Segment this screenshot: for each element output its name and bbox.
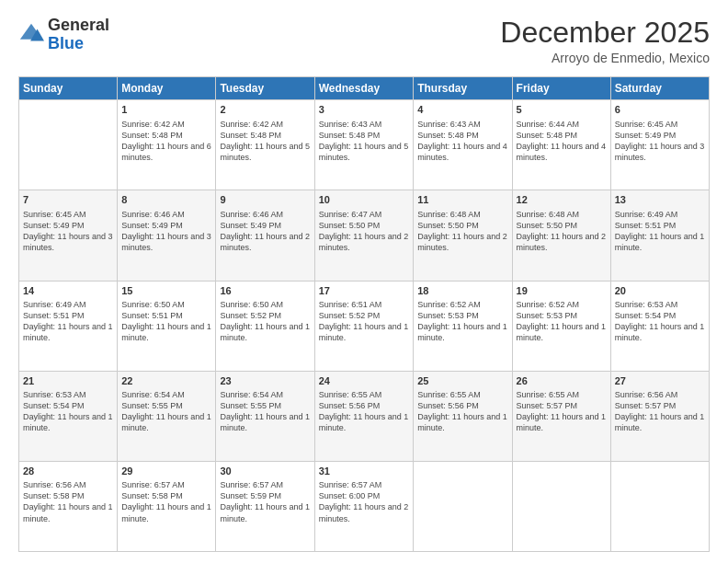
- day-info: Sunrise: 6:46 AMSunset: 5:49 PMDaylight:…: [121, 209, 211, 254]
- day-number: 26: [517, 374, 607, 388]
- calendar-day-cell: 12Sunrise: 6:48 AMSunset: 5:50 PMDayligh…: [512, 190, 610, 281]
- calendar-day-cell: [19, 100, 118, 190]
- day-number: 20: [615, 284, 705, 298]
- day-number: 8: [121, 193, 211, 207]
- calendar-week-row: 28Sunrise: 6:56 AMSunset: 5:58 PMDayligh…: [19, 461, 710, 551]
- logo-text: General Blue: [48, 17, 109, 53]
- calendar-day-cell: 31Sunrise: 6:57 AMSunset: 6:00 PMDayligh…: [314, 461, 414, 551]
- page: General Blue December 2025 Arroyo de Enm…: [0, 0, 728, 563]
- calendar-day-cell: [512, 461, 610, 551]
- day-info: Sunrise: 6:52 AMSunset: 5:53 PMDaylight:…: [517, 299, 607, 344]
- calendar-day-cell: 27Sunrise: 6:56 AMSunset: 5:57 PMDayligh…: [610, 371, 709, 461]
- calendar-week-row: 1Sunrise: 6:42 AMSunset: 5:48 PMDaylight…: [19, 100, 710, 190]
- day-info: Sunrise: 6:44 AMSunset: 5:48 PMDaylight:…: [517, 119, 607, 164]
- calendar-header-row: SundayMondayTuesdayWednesdayThursdayFrid…: [19, 77, 710, 100]
- calendar-day-cell: [610, 461, 709, 551]
- calendar-day-header: Tuesday: [216, 77, 314, 100]
- day-number: 25: [417, 374, 507, 388]
- logo: General Blue: [18, 17, 109, 53]
- header-right: December 2025 Arroyo de Enmedio, Mexico: [500, 17, 710, 65]
- calendar-day-header: Wednesday: [314, 77, 414, 100]
- day-info: Sunrise: 6:55 AMSunset: 5:56 PMDaylight:…: [319, 389, 410, 434]
- day-number: 24: [319, 374, 410, 388]
- calendar-day-cell: 18Sunrise: 6:52 AMSunset: 5:53 PMDayligh…: [414, 281, 512, 371]
- day-number: 19: [517, 284, 607, 298]
- header: General Blue December 2025 Arroyo de Enm…: [18, 17, 710, 65]
- day-info: Sunrise: 6:43 AMSunset: 5:48 PMDaylight:…: [319, 119, 410, 164]
- calendar-day-header: Monday: [118, 77, 216, 100]
- day-info: Sunrise: 6:49 AMSunset: 5:51 PMDaylight:…: [23, 299, 113, 344]
- calendar-day-header: Friday: [512, 77, 610, 100]
- calendar-day-cell: 22Sunrise: 6:54 AMSunset: 5:55 PMDayligh…: [118, 371, 216, 461]
- day-info: Sunrise: 6:46 AMSunset: 5:49 PMDaylight:…: [220, 209, 310, 254]
- day-info: Sunrise: 6:48 AMSunset: 5:50 PMDaylight:…: [417, 209, 507, 254]
- day-number: 12: [517, 193, 607, 207]
- day-info: Sunrise: 6:56 AMSunset: 5:57 PMDaylight:…: [615, 389, 705, 434]
- calendar-day-cell: 15Sunrise: 6:50 AMSunset: 5:51 PMDayligh…: [118, 281, 216, 371]
- day-info: Sunrise: 6:42 AMSunset: 5:48 PMDaylight:…: [220, 119, 310, 164]
- calendar-day-cell: 5Sunrise: 6:44 AMSunset: 5:48 PMDaylight…: [512, 100, 610, 190]
- calendar-day-cell: 11Sunrise: 6:48 AMSunset: 5:50 PMDayligh…: [414, 190, 512, 281]
- calendar-day-cell: 28Sunrise: 6:56 AMSunset: 5:58 PMDayligh…: [19, 461, 118, 551]
- day-info: Sunrise: 6:48 AMSunset: 5:50 PMDaylight:…: [517, 209, 607, 254]
- day-number: 21: [23, 374, 113, 388]
- day-number: 15: [121, 284, 211, 298]
- day-info: Sunrise: 6:47 AMSunset: 5:50 PMDaylight:…: [319, 209, 410, 254]
- calendar-day-cell: 10Sunrise: 6:47 AMSunset: 5:50 PMDayligh…: [314, 190, 414, 281]
- day-number: 11: [417, 193, 507, 207]
- day-info: Sunrise: 6:42 AMSunset: 5:48 PMDaylight:…: [121, 119, 211, 164]
- day-info: Sunrise: 6:54 AMSunset: 5:55 PMDaylight:…: [220, 389, 310, 434]
- day-number: 5: [517, 103, 607, 117]
- logo-general: General: [48, 17, 109, 35]
- day-number: 23: [220, 374, 310, 388]
- calendar-day-cell: 4Sunrise: 6:43 AMSunset: 5:48 PMDaylight…: [414, 100, 512, 190]
- calendar-day-header: Thursday: [414, 77, 512, 100]
- calendar-day-cell: 8Sunrise: 6:46 AMSunset: 5:49 PMDaylight…: [118, 190, 216, 281]
- day-number: 22: [121, 374, 211, 388]
- day-number: 16: [220, 284, 310, 298]
- day-info: Sunrise: 6:57 AMSunset: 5:59 PMDaylight:…: [220, 479, 310, 524]
- calendar-day-cell: 25Sunrise: 6:55 AMSunset: 5:56 PMDayligh…: [414, 371, 512, 461]
- day-info: Sunrise: 6:50 AMSunset: 5:52 PMDaylight:…: [220, 299, 310, 344]
- day-number: 28: [23, 465, 113, 478]
- calendar-day-cell: 2Sunrise: 6:42 AMSunset: 5:48 PMDaylight…: [216, 100, 314, 190]
- calendar-week-row: 14Sunrise: 6:49 AMSunset: 5:51 PMDayligh…: [19, 281, 710, 371]
- calendar-week-row: 21Sunrise: 6:53 AMSunset: 5:54 PMDayligh…: [19, 371, 710, 461]
- calendar-day-cell: 24Sunrise: 6:55 AMSunset: 5:56 PMDayligh…: [314, 371, 414, 461]
- calendar-day-cell: 6Sunrise: 6:45 AMSunset: 5:49 PMDaylight…: [610, 100, 709, 190]
- calendar-day-cell: 16Sunrise: 6:50 AMSunset: 5:52 PMDayligh…: [216, 281, 314, 371]
- calendar-day-cell: 17Sunrise: 6:51 AMSunset: 5:52 PMDayligh…: [314, 281, 414, 371]
- calendar: SundayMondayTuesdayWednesdayThursdayFrid…: [18, 76, 710, 552]
- logo-icon: [18, 22, 44, 48]
- day-number: 27: [615, 374, 705, 388]
- day-number: 4: [417, 103, 507, 117]
- day-info: Sunrise: 6:55 AMSunset: 5:57 PMDaylight:…: [517, 389, 607, 434]
- day-info: Sunrise: 6:55 AMSunset: 5:56 PMDaylight:…: [417, 389, 507, 434]
- day-info: Sunrise: 6:45 AMSunset: 5:49 PMDaylight:…: [23, 209, 113, 254]
- calendar-day-cell: 1Sunrise: 6:42 AMSunset: 5:48 PMDaylight…: [118, 100, 216, 190]
- day-number: 9: [220, 193, 310, 207]
- calendar-week-row: 7Sunrise: 6:45 AMSunset: 5:49 PMDaylight…: [19, 190, 710, 281]
- calendar-day-cell: 19Sunrise: 6:52 AMSunset: 5:53 PMDayligh…: [512, 281, 610, 371]
- calendar-day-cell: 23Sunrise: 6:54 AMSunset: 5:55 PMDayligh…: [216, 371, 314, 461]
- day-number: 7: [23, 193, 113, 207]
- calendar-day-header: Saturday: [610, 77, 709, 100]
- day-number: 17: [319, 284, 410, 298]
- day-number: 13: [615, 193, 705, 207]
- day-info: Sunrise: 6:53 AMSunset: 5:54 PMDaylight:…: [23, 389, 113, 434]
- day-info: Sunrise: 6:53 AMSunset: 5:54 PMDaylight:…: [615, 299, 705, 344]
- day-number: 30: [220, 465, 310, 478]
- calendar-day-cell: 7Sunrise: 6:45 AMSunset: 5:49 PMDaylight…: [19, 190, 118, 281]
- day-number: 3: [319, 103, 410, 117]
- day-info: Sunrise: 6:57 AMSunset: 6:00 PMDaylight:…: [319, 479, 410, 524]
- calendar-day-header: Sunday: [19, 77, 118, 100]
- day-number: 31: [319, 465, 410, 478]
- day-number: 29: [121, 465, 211, 478]
- calendar-day-cell: 20Sunrise: 6:53 AMSunset: 5:54 PMDayligh…: [610, 281, 709, 371]
- calendar-day-cell: 13Sunrise: 6:49 AMSunset: 5:51 PMDayligh…: [610, 190, 709, 281]
- day-number: 6: [615, 103, 705, 117]
- calendar-day-cell: 14Sunrise: 6:49 AMSunset: 5:51 PMDayligh…: [19, 281, 118, 371]
- calendar-day-cell: 9Sunrise: 6:46 AMSunset: 5:49 PMDaylight…: [216, 190, 314, 281]
- day-info: Sunrise: 6:49 AMSunset: 5:51 PMDaylight:…: [615, 209, 705, 254]
- day-number: 2: [220, 103, 310, 117]
